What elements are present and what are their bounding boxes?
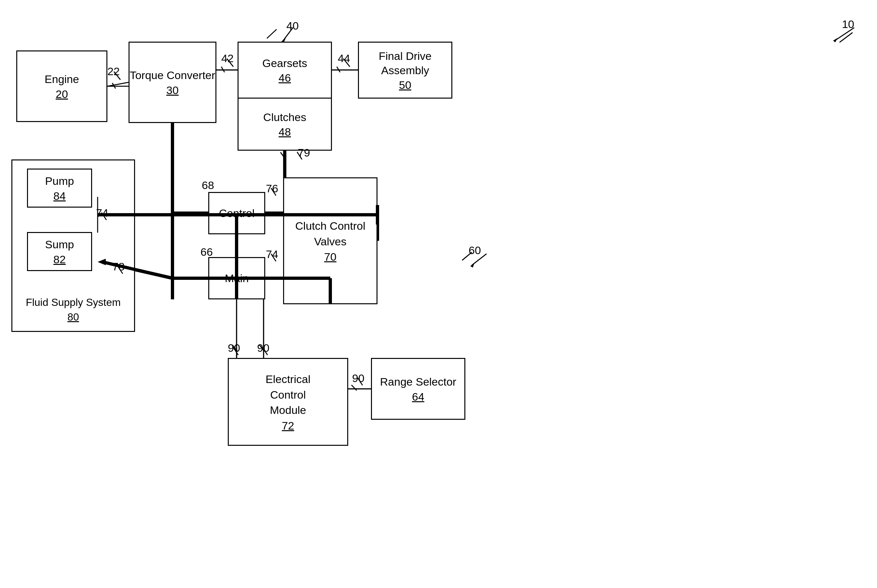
torque-converter-number: 30 — [166, 84, 178, 97]
engine-number: 20 — [55, 88, 68, 100]
sump-label: Sump — [45, 237, 74, 252]
svg-line-1 — [267, 29, 277, 38]
ccv-label: Clutch ControlValves — [295, 218, 365, 249]
svg-line-29 — [114, 72, 120, 80]
clutch-control-valves-box: Clutch ControlValves 70 — [283, 177, 378, 304]
svg-line-6 — [221, 67, 225, 72]
svg-line-37 — [233, 348, 238, 355]
pump-box: Pump 84 — [27, 168, 92, 208]
ecm-box: ElectricalControlModule 72 — [228, 358, 348, 446]
range-selector-box: Range Selector 64 — [371, 358, 465, 420]
torque-converter-box: Torque Converter 30 — [129, 42, 216, 123]
svg-line-27 — [283, 28, 293, 40]
ref-79-tick — [295, 150, 312, 164]
svg-line-33 — [102, 213, 106, 220]
gearsets-number: 46 — [279, 72, 291, 84]
ref-42-tick — [225, 57, 241, 70]
svg-line-31 — [343, 58, 350, 67]
ref-76-tick — [270, 186, 286, 200]
torque-converter-label: Torque Converter — [130, 68, 216, 82]
ref-78-tick — [116, 264, 132, 278]
fluid-supply-label: Fluid Supply System 80 — [12, 295, 134, 324]
main-label: Main — [225, 271, 249, 285]
sump-number: 82 — [53, 253, 66, 266]
fluid-supply-outer-box: Pump 84 Sump 82 Fluid Supply System 80 — [11, 159, 135, 332]
range-selector-number: 64 — [412, 390, 424, 403]
svg-line-39 — [358, 378, 363, 385]
range-selector-label: Range Selector — [380, 375, 456, 389]
ref-60-arrow — [467, 250, 493, 270]
gearsets-label: Gearsets — [262, 56, 307, 70]
svg-marker-28 — [282, 38, 286, 43]
ecm-label: ElectricalControlModule — [265, 372, 310, 418]
svg-line-35 — [271, 254, 276, 261]
clutches-label: Clutches — [263, 110, 306, 124]
ccv-number: 70 — [324, 250, 336, 263]
ecm-number: 72 — [282, 420, 294, 432]
main-box: Main — [208, 257, 265, 299]
svg-line-8 — [337, 67, 340, 72]
final-drive-number: 50 — [399, 79, 411, 92]
engine-box: Engine 20 — [16, 50, 107, 122]
ref-90b-tick — [261, 346, 277, 359]
svg-line-25 — [835, 28, 854, 40]
main-ref: 66 — [201, 246, 213, 258]
svg-line-38 — [262, 348, 267, 355]
clutches-number: 48 — [279, 126, 291, 138]
control-label: Control — [219, 206, 255, 220]
engine-label: Engine — [45, 72, 79, 86]
svg-line-34 — [271, 188, 276, 196]
svg-line-4 — [112, 83, 115, 88]
ref-40-arrow — [277, 24, 303, 44]
ref-10-arrow — [828, 24, 861, 44]
pump-number: 84 — [53, 190, 66, 202]
ref-74a-tick — [100, 211, 116, 224]
diagram: Engine 20 Torque Converter 30 Gearsets 4… — [0, 0, 877, 588]
control-ref: 68 — [202, 179, 214, 192]
final-drive-label: Final Drive Assembly — [359, 49, 451, 78]
final-drive-box: Final Drive Assembly 50 — [358, 42, 452, 99]
svg-line-36 — [118, 266, 123, 274]
svg-line-11 — [280, 152, 286, 159]
fluid-supply-number: 80 — [67, 311, 79, 323]
pump-label: Pump — [45, 174, 74, 188]
ref-90c-tick — [356, 376, 372, 389]
ref-44-tick — [342, 57, 358, 70]
control-box: Control — [208, 192, 265, 234]
sump-box: Sump 82 — [27, 232, 92, 271]
svg-marker-26 — [833, 38, 837, 42]
ref-22-tick — [112, 70, 129, 83]
ref-74b-tick — [270, 252, 286, 265]
svg-marker-41 — [470, 263, 474, 267]
clutches-box: Clutches 48 — [238, 99, 332, 151]
ref-90a-tick — [232, 346, 248, 359]
gearsets-box: Gearsets 46 — [238, 42, 332, 99]
svg-line-32 — [297, 152, 302, 159]
svg-line-30 — [227, 58, 233, 67]
